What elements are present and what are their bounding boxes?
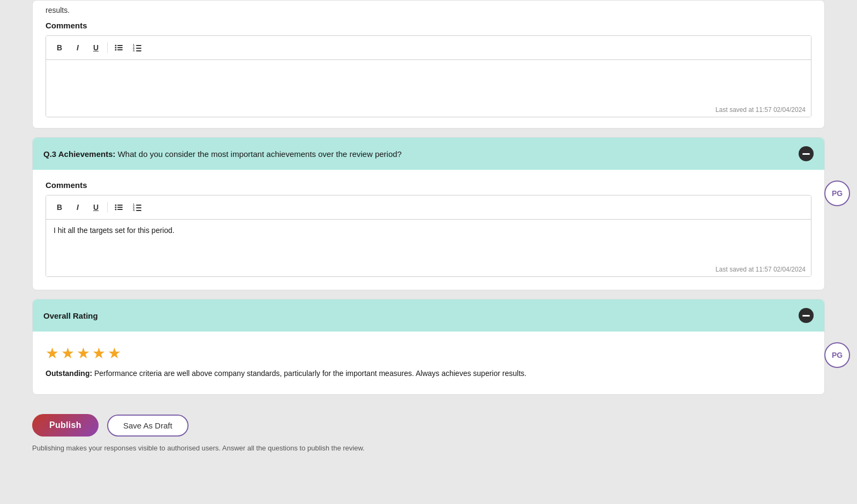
q3-section-header: Q.3 Achievements: What do you consider t…: [33, 138, 824, 170]
svg-rect-21: [136, 207, 141, 208]
svg-rect-1: [117, 45, 123, 46]
top-bold-btn[interactable]: B: [51, 40, 67, 55]
svg-rect-23: [136, 210, 141, 211]
svg-point-12: [115, 205, 117, 206]
top-comments-label: Comments: [46, 21, 811, 30]
svg-rect-5: [117, 49, 123, 50]
publish-button[interactable]: Publish: [32, 414, 99, 437]
publish-note: Publishing makes your responses visible …: [32, 444, 825, 452]
svg-rect-19: [136, 205, 141, 206]
stars-row: ★ ★ ★ ★ ★: [46, 344, 811, 362]
svg-rect-13: [117, 205, 123, 206]
star-1: ★: [46, 344, 59, 362]
svg-text:3.: 3.: [133, 49, 136, 51]
q3-section-title: Q.3 Achievements: What do you consider t…: [43, 148, 402, 160]
q3-editor-box: B I U: [46, 195, 811, 277]
action-bar-container: Publish Save As Draft Publishing makes y…: [32, 403, 825, 452]
overall-rating-body: PG ★ ★ ★ ★ ★ Outstanding: Performance cr…: [33, 332, 824, 394]
svg-point-16: [115, 209, 117, 210]
q3-editor-content[interactable]: I hit all the targets set for this perio…: [46, 220, 811, 262]
q3-achievements-section: Q.3 Achievements: What do you consider t…: [32, 137, 825, 290]
svg-rect-9: [136, 48, 141, 49]
overall-rating-collapse-button[interactable]: [799, 308, 814, 323]
star-3: ★: [77, 344, 90, 362]
svg-point-0: [115, 45, 117, 47]
q3-toolbar-divider: [107, 202, 108, 213]
svg-rect-15: [117, 207, 123, 208]
q3-avatar-badge: PG: [824, 180, 850, 206]
top-ordered-list-btn[interactable]: 1. 2. 3.: [129, 40, 145, 55]
q3-underline-btn[interactable]: U: [88, 200, 104, 215]
top-partial-section: results. Comments B I U: [32, 0, 825, 129]
svg-point-4: [115, 49, 117, 51]
top-editor-box: B I U 1.: [46, 35, 811, 117]
svg-rect-17: [117, 209, 123, 210]
top-results-text: results.: [46, 1, 811, 14]
top-underline-btn[interactable]: U: [88, 40, 104, 55]
svg-rect-3: [117, 47, 123, 48]
q3-unordered-list-btn[interactable]: [111, 200, 127, 215]
toolbar-divider-1: [107, 42, 108, 53]
q3-ordered-list-btn[interactable]: 1. 2. 3.: [129, 200, 145, 215]
q3-section-body: PG Comments B I U: [33, 170, 824, 290]
svg-text:3.: 3.: [133, 208, 136, 211]
top-editor-content[interactable]: [46, 60, 811, 103]
q3-italic-btn[interactable]: I: [70, 200, 86, 215]
svg-point-2: [115, 47, 117, 49]
q3-editor-last-saved: Last saved at 11:57 02/04/2024: [46, 262, 811, 276]
star-2: ★: [61, 344, 74, 362]
svg-point-14: [115, 207, 117, 208]
q3-comments-label: Comments: [46, 180, 811, 190]
top-unordered-list-btn[interactable]: [111, 40, 127, 55]
action-bar: Publish Save As Draft: [32, 403, 825, 441]
top-editor-toolbar: B I U 1.: [46, 36, 811, 60]
overall-rating-title: Overall Rating: [43, 310, 98, 321]
svg-rect-11: [136, 50, 141, 51]
star-4: ★: [92, 344, 106, 362]
star-5: ★: [108, 344, 121, 362]
q3-collapse-button[interactable]: [799, 146, 814, 161]
svg-rect-7: [136, 45, 141, 46]
overall-rating-header: Overall Rating: [33, 299, 824, 332]
save-draft-button[interactable]: Save As Draft: [107, 415, 189, 437]
q3-editor-toolbar: B I U: [46, 195, 811, 220]
top-editor-last-saved: Last saved at 11:57 02/04/2024: [46, 103, 811, 117]
top-italic-btn[interactable]: I: [70, 40, 86, 55]
overall-rating-avatar: PG: [824, 342, 850, 368]
rating-description: Outstanding: Performance criteria are we…: [46, 367, 528, 379]
q3-bold-btn[interactable]: B: [51, 200, 67, 215]
overall-rating-section: Overall Rating PG ★ ★ ★ ★ ★ Outstanding:…: [32, 299, 825, 395]
